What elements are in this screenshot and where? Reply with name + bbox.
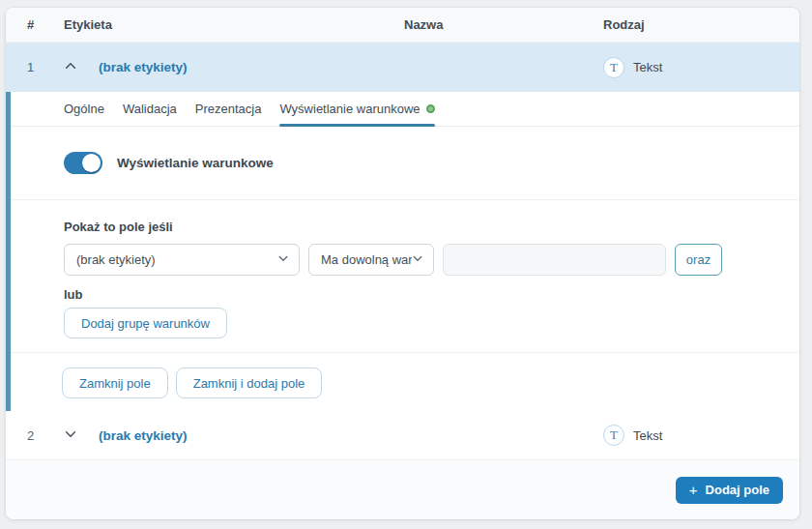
conditions-section: Pokaż to pole jeśli (brak etykiety) Ma d… [11, 200, 799, 353]
plus-icon: + [689, 483, 698, 497]
text-type-icon: T [603, 425, 624, 446]
condition-value-input[interactable] [443, 244, 666, 276]
card-footer: + Dodaj pole [6, 460, 799, 519]
add-field-button-label: Dodaj pole [706, 483, 769, 497]
toggle-knob [82, 154, 101, 172]
chevron-up-icon [64, 59, 77, 75]
fields-editor-card: # Etykieta Nazwa Rodzaj 1 (brak etykiety… [6, 8, 799, 519]
enabled-status-dot-icon [426, 104, 435, 113]
tab-general[interactable]: Ogólne [64, 92, 104, 126]
collapse-row-button[interactable] [64, 59, 79, 75]
conditional-display-toggle-label: Wyświetlanie warunkowe [117, 156, 274, 170]
condition-operator-select-value: Ma dowolną wartość [321, 252, 412, 267]
condition-field-select[interactable]: (brak etykiety) [64, 244, 300, 276]
or-label: lub [64, 287, 799, 302]
table-header: # Etykieta Nazwa Rodzaj [6, 8, 799, 43]
chevron-down-icon [277, 252, 289, 267]
settings-tabs: Ogólne Walidacja Prezentacja Wyświetlani… [11, 92, 799, 127]
field-type-label: Tekst [633, 428, 662, 443]
condition-operator-select[interactable]: Ma dowolną wartość [308, 244, 434, 276]
tab-presentation[interactable]: Prezentacja [195, 92, 262, 126]
conditions-title: Pokaż to pole jeśli [64, 220, 799, 234]
tab-conditional-display[interactable]: Wyświetlanie warunkowe [279, 92, 434, 126]
conditional-toggle-section: Wyświetlanie warunkowe [11, 127, 799, 200]
add-and-condition-button[interactable]: oraz [675, 244, 722, 276]
column-header-label: Etykieta [64, 17, 404, 32]
tab-conditional-display-label: Wyświetlanie warunkowe [279, 102, 420, 116]
field-label-link[interactable]: (brak etykiety) [99, 428, 188, 443]
row-number: 2 [27, 428, 64, 443]
text-type-icon: T [603, 57, 624, 78]
row-number: 1 [27, 60, 64, 74]
add-condition-group-button[interactable]: Dodaj grupę warunków [64, 308, 227, 338]
tab-validation[interactable]: Walidacja [123, 92, 177, 126]
column-header-name: Nazwa [404, 17, 603, 32]
chevron-down-icon [64, 427, 77, 444]
panel-actions: Zamknij pole Zamknij i dodaj pole [11, 353, 799, 411]
condition-row: (brak etykiety) Ma dowolną wartość oraz [64, 244, 799, 276]
field-label-link[interactable]: (brak etykiety) [99, 60, 188, 74]
column-header-number: # [27, 17, 64, 32]
close-and-add-field-button[interactable]: Zamknij i dodaj pole [176, 367, 323, 398]
condition-field-select-value: (brak etykiety) [76, 252, 156, 267]
expand-row-button[interactable] [64, 427, 79, 444]
field-row-2[interactable]: 2 (brak etykiety) T Tekst [6, 411, 799, 460]
conditional-display-toggle[interactable] [64, 152, 102, 174]
chevron-down-icon [412, 252, 423, 267]
field-settings-panel: Ogólne Walidacja Prezentacja Wyświetlani… [6, 92, 799, 411]
field-type-label: Tekst [633, 60, 662, 74]
add-field-button[interactable]: + Dodaj pole [676, 477, 783, 504]
close-field-button[interactable]: Zamknij pole [62, 367, 168, 398]
column-header-type: Rodzaj [603, 17, 799, 32]
field-row-1[interactable]: 1 (brak etykiety) T Tekst [6, 43, 799, 92]
